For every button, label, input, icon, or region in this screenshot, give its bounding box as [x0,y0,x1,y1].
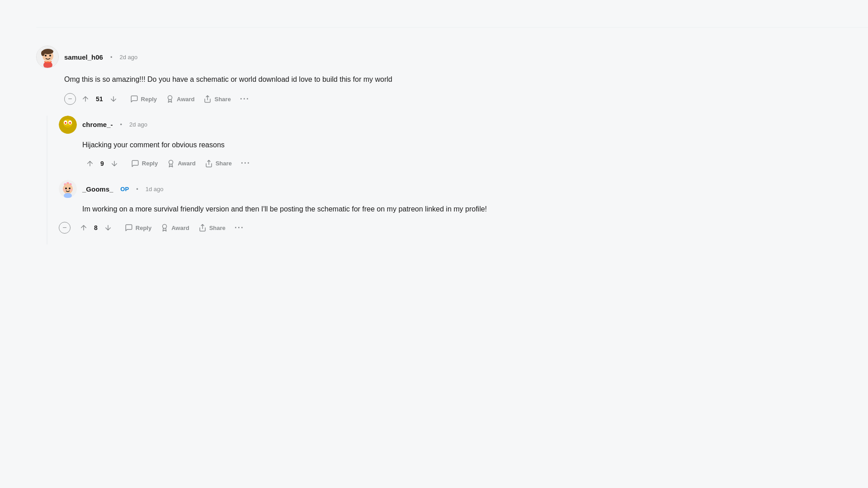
svg-point-11 [67,116,69,117]
reply-label-samuel: Reply [141,96,157,103]
reply-label-chrome: Reply [142,160,158,167]
timestamp-gooms-dot: • [136,186,138,192]
upvote-button-chrome[interactable] [82,157,98,170]
reply-gooms: _Gooms_ OP • 1d ago Im working on a more… [36,180,669,244]
top-divider [36,27,868,28]
downvote-button-chrome[interactable] [107,157,122,170]
vote-row-gooms: 8 [76,221,116,235]
award-label-samuel: Award [177,96,195,103]
svg-point-3 [41,51,45,56]
vote-count-chrome: 9 [100,160,104,167]
reply-content-gooms: _Gooms_ OP • 1d ago Im working on a more… [59,180,669,244]
username-chrome[interactable]: chrome_- [82,121,113,128]
reply-actions-chrome: 9 Reply Award [59,156,669,171]
award-label-chrome: Award [178,160,196,167]
reply-body-chrome: Hijacking your comment for obvious reaso… [82,139,669,151]
page-container: samuel_h06 • 2d ago Omg this is so amazi… [0,0,868,488]
collapse-button-gooms[interactable]: − [59,222,71,234]
svg-point-14 [65,122,66,124]
vote-row-samuel: 51 [78,92,121,106]
svg-point-15 [69,122,71,124]
svg-point-16 [64,128,72,134]
share-label-chrome: Share [216,160,232,167]
share-button-samuel[interactable]: Share [200,92,234,106]
upvote-button-samuel[interactable] [78,92,93,106]
more-button-chrome[interactable]: ··· [237,156,254,171]
avatar-samuel [36,46,59,68]
timestamp-chrome: 2d ago [129,121,147,128]
svg-point-26 [63,189,66,191]
svg-point-23 [63,184,73,194]
avatar-img-chrome [59,116,77,134]
timestamp-samuel: • [110,54,113,61]
avatar-img-gooms [59,180,77,198]
vote-count-samuel: 51 [96,95,103,103]
reply-header-gooms: _Gooms_ OP • 1d ago [59,180,669,198]
award-icon-chrome [167,160,175,168]
share-label-gooms: Share [209,225,226,231]
more-icon-chrome: ··· [241,159,250,168]
more-icon-samuel: ··· [240,94,250,104]
timestamp-samuel-text: 2d ago [119,54,137,61]
share-button-gooms[interactable]: Share [195,221,229,235]
replies-container: chrome_- • 2d ago Hijacking your comment… [36,116,669,244]
reply-button-samuel[interactable]: Reply [127,92,160,106]
reply-icon-gooms [125,224,133,232]
reply-button-chrome[interactable]: Reply [127,157,161,170]
comment-samuel: samuel_h06 • 2d ago Omg this is so amazi… [36,46,669,244]
comment-thread: samuel_h06 • 2d ago Omg this is so amazi… [36,46,669,244]
reply-icon-samuel [130,95,138,103]
share-button-chrome[interactable]: Share [201,157,236,170]
downvote-button-gooms[interactable] [100,221,116,235]
award-button-samuel[interactable]: Award [162,92,198,106]
award-icon-samuel [166,95,174,103]
reply-icon-chrome [131,160,139,168]
share-icon-gooms [198,224,207,232]
reply-label-gooms: Reply [136,225,151,231]
svg-point-4 [45,55,47,56]
vote-count-gooms: 8 [94,224,98,231]
downvote-icon-samuel [109,95,118,103]
reply-actions-gooms: − 8 [59,221,669,235]
upvote-icon-samuel [81,95,90,103]
upvote-button-gooms[interactable] [76,221,91,235]
award-button-gooms[interactable]: Award [157,221,193,235]
upvote-icon-chrome [86,160,94,168]
comment-actions-samuel: − 51 Reply Award [64,92,669,107]
award-button-chrome[interactable]: Award [163,157,199,170]
vote-row-chrome: 9 [82,157,122,170]
share-label-samuel: Share [214,96,231,103]
reply-chrome: chrome_- • 2d ago Hijacking your comment… [36,116,669,180]
username-samuel[interactable]: samuel_h06 [64,53,103,61]
downvote-icon-gooms [104,224,112,232]
award-icon-gooms [160,224,169,232]
timestamp-chrome-dot: • [120,121,123,128]
share-icon-samuel [203,95,212,103]
avatar-gooms [59,180,77,198]
upvote-icon-gooms [80,224,88,232]
reply-header-chrome: chrome_- • 2d ago [59,116,669,134]
comment-header-samuel: samuel_h06 • 2d ago [36,46,669,68]
award-label-gooms: Award [171,225,189,231]
downvote-icon-chrome [110,160,118,168]
svg-point-5 [49,55,51,56]
comment-body-samuel: Omg this is so amazing!!! Do you have a … [64,74,669,85]
avatar-img-samuel [37,46,59,68]
downvote-button-samuel[interactable] [106,92,121,106]
svg-point-27 [70,189,72,191]
more-button-samuel[interactable]: ··· [236,92,253,107]
share-icon-chrome [205,160,213,168]
username-gooms[interactable]: _Gooms_ [82,185,113,193]
avatar-chrome [59,116,77,134]
more-button-gooms[interactable]: ··· [231,221,248,235]
reply-button-gooms[interactable]: Reply [121,221,155,235]
reply-content-chrome: chrome_- • 2d ago Hijacking your comment… [59,116,669,180]
more-icon-gooms: ··· [235,223,244,233]
collapse-button-samuel[interactable]: − [64,93,76,105]
op-badge-gooms: OP [120,186,129,192]
reply-body-gooms: Im working on a more survival friendly v… [82,203,669,215]
timestamp-gooms: 1d ago [146,186,164,192]
